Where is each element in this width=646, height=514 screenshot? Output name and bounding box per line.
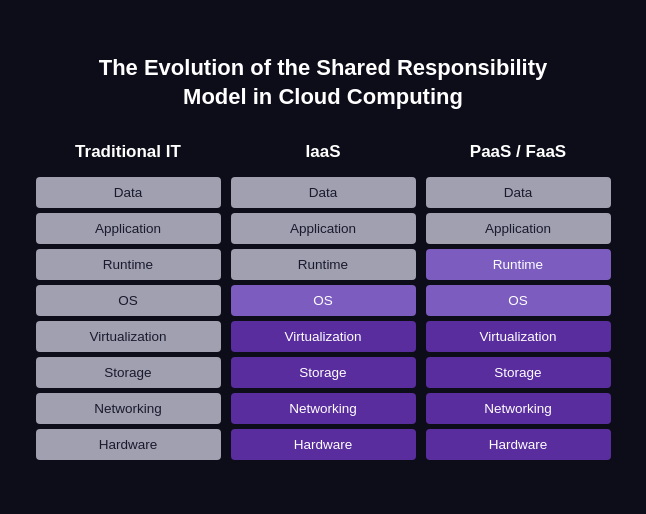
- cell-2-0: Data: [426, 177, 611, 208]
- cell-0-7: Hardware: [36, 429, 221, 460]
- col-header-0: Traditional IT: [36, 142, 221, 170]
- cell-1-6: Networking: [231, 393, 416, 424]
- comparison-table: Traditional ITDataApplicationRuntimeOSVi…: [23, 142, 623, 460]
- cell-0-1: Application: [36, 213, 221, 244]
- cell-2-7: Hardware: [426, 429, 611, 460]
- cell-0-0: Data: [36, 177, 221, 208]
- cell-2-3: OS: [426, 285, 611, 316]
- column-1: IaaSDataApplicationRuntimeOSVirtualizati…: [231, 142, 416, 460]
- cell-2-6: Networking: [426, 393, 611, 424]
- cell-1-7: Hardware: [231, 429, 416, 460]
- cell-2-4: Virtualization: [426, 321, 611, 352]
- cell-1-2: Runtime: [231, 249, 416, 280]
- cell-1-3: OS: [231, 285, 416, 316]
- column-0: Traditional ITDataApplicationRuntimeOSVi…: [36, 142, 221, 460]
- page-title: The Evolution of the Shared Responsibili…: [23, 54, 623, 111]
- cell-0-6: Networking: [36, 393, 221, 424]
- main-container: The Evolution of the Shared Responsibili…: [13, 34, 633, 479]
- cell-1-0: Data: [231, 177, 416, 208]
- cell-0-4: Virtualization: [36, 321, 221, 352]
- col-header-1: IaaS: [231, 142, 416, 170]
- cell-2-1: Application: [426, 213, 611, 244]
- cell-2-5: Storage: [426, 357, 611, 388]
- cell-2-2: Runtime: [426, 249, 611, 280]
- cell-1-4: Virtualization: [231, 321, 416, 352]
- cell-0-3: OS: [36, 285, 221, 316]
- col-header-2: PaaS / FaaS: [426, 142, 611, 170]
- cell-0-2: Runtime: [36, 249, 221, 280]
- column-2: PaaS / FaaSDataApplicationRuntimeOSVirtu…: [426, 142, 611, 460]
- cell-0-5: Storage: [36, 357, 221, 388]
- cell-1-5: Storage: [231, 357, 416, 388]
- cell-1-1: Application: [231, 213, 416, 244]
